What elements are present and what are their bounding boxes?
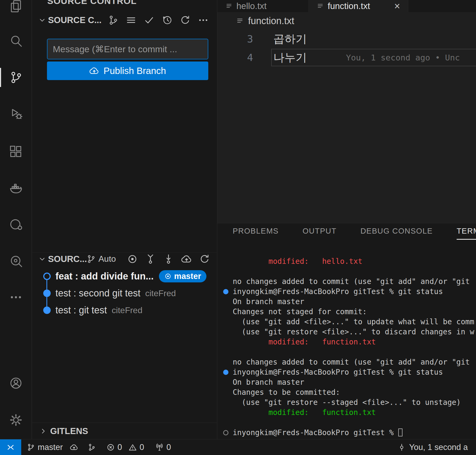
commit-author: citeFred (145, 288, 176, 298)
commit-row[interactable]: test : second git testciteFred (32, 285, 217, 302)
code-editor[interactable]: 3곱하기4나누기You, 1 second ago • Unc (217, 30, 476, 67)
panel-tab-output[interactable]: OUTPUT (302, 223, 336, 240)
ports-count: 0 (166, 443, 171, 452)
source-control-icon[interactable] (6, 68, 25, 87)
code-line[interactable]: 4나누기You, 1 second ago • Unc (217, 48, 476, 67)
commit-node-icon (43, 290, 51, 297)
terminal-line: modified: function.txt (217, 337, 476, 347)
file-icon (225, 2, 233, 10)
terminal-line (217, 418, 476, 428)
commit-row[interactable]: test : git testciteFred (32, 302, 217, 319)
status-branch-item[interactable]: master (27, 443, 63, 452)
terminal-line: Changes to be committed: (217, 387, 476, 397)
panel-tab-problems[interactable]: PROBLEMS (233, 223, 279, 240)
panel-tab-terminal[interactable]: TERMINAL (457, 223, 476, 240)
branch-badge-label: master (174, 272, 201, 281)
radio-tower-icon (155, 443, 164, 452)
status-graph-item[interactable] (87, 443, 96, 452)
repo-auto-picker[interactable]: Auto (86, 253, 116, 265)
graph-icon[interactable] (107, 15, 119, 26)
warning-count: 0 (140, 443, 144, 452)
panel-tab-debug-console[interactable]: DEBUG CONSOLE (360, 223, 433, 240)
terminal-text: On branch master (233, 378, 304, 387)
sidebar-source-control: SOURCE CONTROL SOURCE C... Publish Branc… (32, 0, 217, 439)
commit-message-input[interactable] (47, 39, 208, 59)
settings-gear-icon[interactable] (6, 410, 25, 430)
status-ports-item[interactable]: 0 (155, 443, 171, 452)
status-problems-item[interactable]: 0 0 (106, 443, 144, 452)
terminal-output[interactable]: modified: hello.txtno changes added to c… (217, 240, 476, 439)
scm-graph-header-actions (127, 253, 210, 265)
target-icon (164, 273, 172, 280)
remote-icon (6, 443, 15, 452)
push-cloud-icon[interactable] (181, 253, 192, 265)
fetch-icon[interactable] (163, 253, 174, 265)
status-blame-item[interactable]: You, 1 second a (397, 439, 468, 455)
terminal-line: inyongkim@Freds-MacBookPro gitTest % (217, 428, 476, 438)
accounts-icon[interactable] (6, 374, 25, 393)
commit-row[interactable]: feat : add divide fun...master (32, 268, 217, 285)
commit-author: citeFred (112, 305, 142, 315)
commit-node-icon (43, 273, 51, 280)
terminal-line: modified: hello.txt (217, 256, 476, 266)
cloud-upload-icon (89, 66, 99, 76)
branch-badge[interactable]: master (159, 270, 206, 282)
scm-header-actions (107, 14, 209, 27)
terminal-text: Changes not staged for commit: (233, 307, 367, 316)
commit-check-icon[interactable] (144, 15, 155, 26)
scm-section-header[interactable]: SOURCE C... (32, 14, 217, 27)
close-icon[interactable]: × (394, 1, 400, 11)
editor-tab-function-txt[interactable]: function.txt× (309, 0, 408, 12)
terminal-text: (use "git restore <file>..." to discard … (233, 327, 474, 336)
tab-label: hello.txt (236, 1, 267, 11)
terminal-text: inyongkim@Freds-MacBookPro gitTest % git… (233, 287, 443, 296)
cherry-pick-icon[interactable] (145, 253, 156, 265)
history-icon[interactable] (162, 15, 173, 26)
chevron-down-icon (38, 16, 46, 24)
remote-explorer-icon[interactable] (6, 215, 25, 234)
code-line[interactable]: 3곱하기 (217, 30, 476, 48)
command-decoration-icon[interactable] (223, 289, 228, 294)
extensions-icon[interactable] (6, 142, 25, 161)
gitlens-section-header[interactable]: GITLENS (32, 423, 217, 439)
vscode-window: SOURCE CONTROL SOURCE C... Publish Branc… (0, 0, 476, 455)
remote-indicator[interactable] (0, 439, 21, 455)
scm-graph-section-label: SOURC... (48, 254, 87, 264)
commit-message: feat : add divide fun... (55, 271, 154, 282)
line-text: 나누기 (273, 50, 307, 65)
chevron-down-icon (38, 255, 46, 263)
target-icon[interactable] (127, 253, 138, 265)
docker-icon[interactable] (6, 178, 25, 198)
command-decoration-icon[interactable] (223, 370, 228, 375)
terminal-line: On branch master (217, 297, 476, 307)
search-icon[interactable] (6, 31, 25, 50)
view-list-icon[interactable] (126, 15, 137, 26)
explorer-icon[interactable] (6, 0, 25, 16)
more-actions-icon[interactable] (198, 15, 209, 26)
run-debug-icon[interactable] (6, 104, 25, 123)
terminal-line: inyongkim@Freds-MacBookPro gitTest % git… (217, 287, 476, 297)
commit-list: feat : add divide fun...mastertest : sec… (32, 268, 217, 319)
error-circle-icon (106, 443, 115, 452)
scm-graph-section-header[interactable]: SOURC... Auto (32, 252, 217, 265)
terminal-line: (use "git add <file>..." to update what … (217, 317, 476, 327)
more-views-icon[interactable] (6, 288, 25, 307)
status-bar: master 0 0 0 You, 1 second a (0, 439, 476, 455)
gitlens-icon[interactable] (6, 251, 25, 270)
command-decoration-icon[interactable] (223, 430, 228, 435)
breadcrumb[interactable]: function.txt (217, 12, 294, 30)
editor-tab-bar: hello.txtfunction.txt× (217, 0, 476, 12)
terminal-text: inyongkim@Freds-MacBookPro gitTest % git… (233, 368, 443, 377)
active-view-indicator (0, 68, 1, 87)
status-sync-item[interactable] (70, 443, 78, 452)
refresh-icon[interactable] (180, 15, 191, 26)
commit-node-icon (43, 307, 51, 314)
publish-branch-button[interactable]: Publish Branch (47, 62, 208, 80)
inline-blame: You, 1 second ago • Unc (346, 53, 460, 62)
cloud-upload-icon (70, 443, 78, 452)
terminal-text: modified: function.txt (233, 408, 376, 417)
auto-label: Auto (98, 254, 116, 264)
refresh-icon[interactable] (199, 253, 210, 265)
commit-message: test : git test (55, 305, 107, 316)
editor-tab-hello-txt[interactable]: hello.txt (217, 0, 309, 12)
